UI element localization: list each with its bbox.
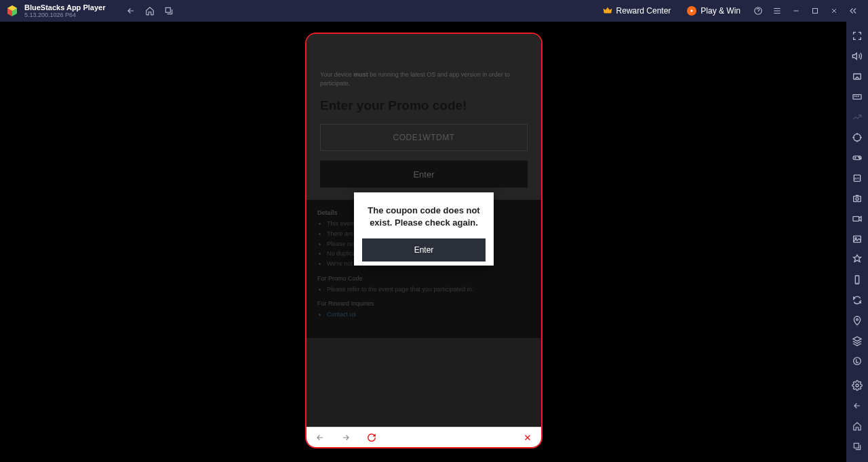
promo-code-list: Please refer to the event page that you … [317,286,530,294]
settings-icon[interactable] [848,377,867,394]
promo-enter-button[interactable]: Enter [320,161,528,188]
promo-note: Your device must be running the latest O… [320,70,528,87]
svg-text:APK: APK [854,177,860,180]
svg-point-20 [856,318,859,320]
promo-code-input[interactable] [320,124,528,151]
browser-nav-bar [307,427,541,447]
play-win-label: Play & Win [701,6,741,16]
recents-button[interactable] [159,1,178,20]
svg-point-11 [859,158,860,159]
dialog-message: The coupon code does not exist. Please c… [362,205,486,229]
titlebar: BlueStacks App Player 5.13.200.1026 P64 … [0,0,868,22]
gamepad-icon[interactable] [848,149,867,167]
app-title: BlueStacks App Player [24,4,105,12]
fullscreen-icon[interactable] [848,27,867,45]
svg-rect-16 [853,217,859,222]
svg-point-6 [856,96,857,97]
app-version: 5.13.200.1026 P64 [24,12,105,18]
svg-point-8 [854,134,861,142]
promo-section: Your device must be running the latest O… [307,34,541,200]
browser-back-icon[interactable] [313,431,327,444]
nav-home-icon[interactable] [848,417,867,435]
svg-rect-0 [166,7,171,12]
reward-list: Contact us [317,311,530,319]
keymap-icon[interactable] [848,68,867,85]
play-win-icon [687,6,696,16]
location-icon[interactable] [848,312,867,329]
svg-point-21 [854,358,861,365]
promo-heading: Enter your Promo code! [320,98,528,113]
close-button[interactable] [825,1,844,20]
app-window: Your device must be running the latest O… [305,33,542,448]
hamburger-button[interactable] [768,1,787,20]
dialog-enter-button[interactable]: Enter [362,238,486,261]
nav-back-icon[interactable] [848,397,867,415]
layers-icon[interactable] [848,332,867,350]
svg-rect-23 [854,443,859,448]
rotate-icon[interactable] [848,291,867,309]
macro-icon[interactable] [848,251,867,268]
minimize-button[interactable] [787,1,806,20]
browser-close-icon[interactable] [521,431,534,444]
volume-icon[interactable] [848,47,867,65]
crown-icon [603,6,612,16]
bluestacks-logo-icon [5,4,19,18]
apk-icon[interactable]: APK [848,169,867,187]
reward-inquiries-heading: For Reward Inquiries [317,300,530,307]
keyboard-icon[interactable] [848,88,867,106]
svg-point-22 [856,384,859,387]
screenshot-icon[interactable] [848,190,867,207]
home-button[interactable] [140,1,159,20]
play-win-button[interactable]: Play & Win [679,6,749,16]
svg-point-7 [859,96,859,97]
aim-icon[interactable] [848,129,867,146]
error-dialog: The coupon code does not exist. Please c… [354,192,494,266]
right-sidebar: APK [846,22,868,462]
help-button[interactable] [749,1,768,20]
sync-icon[interactable] [848,108,867,126]
contact-link[interactable]: Contact us [327,311,530,319]
browser-reload-icon[interactable] [365,431,378,444]
collapse-sidebar-button[interactable] [844,1,863,20]
svg-point-5 [854,96,855,97]
reward-center-label: Reward Center [616,6,671,16]
svg-rect-14 [854,196,861,202]
browser-forward-icon[interactable] [339,431,353,444]
maximize-button[interactable] [806,1,825,20]
device-icon[interactable] [848,271,867,289]
nav-recents-icon[interactable] [848,438,867,455]
record-icon[interactable] [848,210,867,228]
svg-rect-2 [813,9,818,14]
promo-code-heading: For Promo Code [317,275,530,282]
svg-point-15 [856,198,859,201]
memory-icon[interactable] [848,352,867,370]
back-button[interactable] [121,1,140,20]
list-item: Please refer to the event page that you … [327,286,530,294]
reward-center-button[interactable]: Reward Center [595,6,679,16]
media-icon[interactable] [848,230,867,248]
